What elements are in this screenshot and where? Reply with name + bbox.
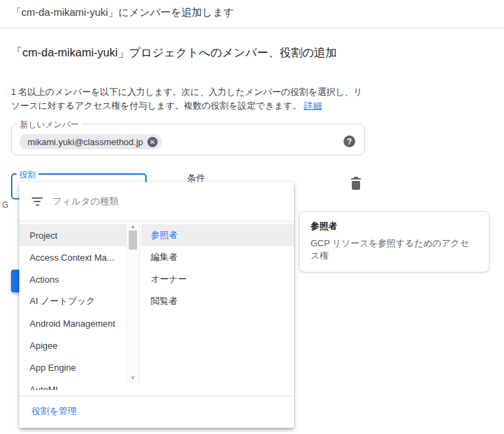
trash-lid-icon xyxy=(351,178,361,180)
role-list: 参照者 編集者 オーナー 閲覧者 xyxy=(141,224,294,312)
category-item-actions[interactable]: Actions xyxy=(19,268,126,290)
role-item-owner[interactable]: オーナー xyxy=(141,268,294,290)
manage-roles-link[interactable]: 役割を管理 xyxy=(32,405,76,417)
role-filter-input[interactable]: フィルタの種類 xyxy=(19,182,294,221)
scrollbar-thumb[interactable] xyxy=(129,230,137,250)
category-item-project[interactable]: Project xyxy=(19,224,126,246)
category-item-automl[interactable]: AutoML xyxy=(19,378,126,390)
delete-row-button[interactable] xyxy=(349,177,363,191)
member-chip[interactable]: mikami.yuki@classmethod.jp ✕ xyxy=(19,134,162,149)
dialog-description: 1 名以上のメンバーを以下に入力します。次に、入力したメンバーの役割を選択し、リ… xyxy=(11,85,364,113)
dialog-heading: 「cm-da-mikami-yuki」プロジェクトへのメンバー、役割の追加 xyxy=(11,44,370,61)
role-tooltip: 参照者 GCP リソースを参照するためのアクセス権 xyxy=(299,211,490,272)
category-scrollbar[interactable]: ▲ ▼ xyxy=(126,222,140,383)
category-item-apigee[interactable]: Apigee xyxy=(19,334,126,356)
help-icon[interactable]: ? xyxy=(344,135,355,147)
dropdown-footer-divider xyxy=(19,395,294,396)
role-select-label: 役割 xyxy=(17,169,39,181)
role-item-editor[interactable]: 編集者 xyxy=(141,246,294,268)
chip-remove-icon[interactable]: ✕ xyxy=(147,137,158,147)
category-item-app-engine[interactable]: App Engine xyxy=(19,356,126,378)
member-chip-text: mikami.yuki@classmethod.jp xyxy=(28,137,143,147)
tooltip-title: 参照者 xyxy=(311,220,478,232)
filter-icon xyxy=(31,197,43,206)
scroll-down-icon[interactable]: ▼ xyxy=(130,375,136,382)
filter-placeholder: フィルタの種類 xyxy=(52,195,118,208)
trash-body-icon xyxy=(352,181,360,190)
tooltip-description: GCP リソースを参照するためのアクセス権 xyxy=(311,237,478,262)
scroll-up-icon[interactable]: ▲ xyxy=(130,224,136,230)
role-helper-text-clipped: G xyxy=(2,200,8,210)
category-item-ai-notebooks[interactable]: AI ノートブック xyxy=(19,290,126,312)
role-dropdown-lists: Project Access Context Ma... Actions AI … xyxy=(19,224,294,390)
category-item-android-management[interactable]: Android Management xyxy=(19,312,126,334)
category-list: Project Access Context Ma... Actions AI … xyxy=(19,224,126,390)
role-dropdown: フィルタの種類 Project Access Context Ma... Act… xyxy=(19,182,294,428)
details-link[interactable]: 詳細 xyxy=(304,100,322,111)
category-item-access-context[interactable]: Access Context Ma... xyxy=(19,246,126,268)
new-members-label: 新しいメンバー xyxy=(17,119,82,131)
page-title: 「cm-da-mikami-yuki」にメンバーを追加します xyxy=(11,6,234,19)
role-item-viewer-sansho[interactable]: 参照者 xyxy=(141,224,294,246)
role-item-browser[interactable]: 閲覧者 xyxy=(141,290,294,312)
header-divider xyxy=(0,28,504,28)
